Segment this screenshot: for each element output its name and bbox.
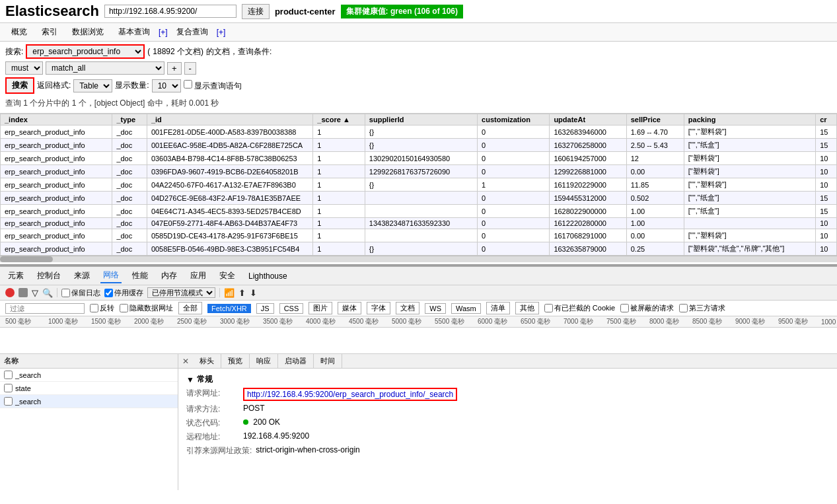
- filter-fetch-xhr[interactable]: Fetch/XHR: [207, 304, 251, 313]
- hide-data-url-checkbox-label[interactable]: 隐藏数据网址: [120, 303, 173, 313]
- remove-condition-button[interactable]: -: [184, 62, 196, 75]
- type-select[interactable]: must: [5, 61, 43, 75]
- filter-icon[interactable]: ▽: [32, 288, 38, 298]
- filter-ws[interactable]: WS: [425, 303, 446, 314]
- filter-other[interactable]: 其他: [515, 302, 539, 314]
- table-row[interactable]: erp_search_product_info_doc0585D19D-CE43…: [1, 229, 837, 242]
- output-format-select[interactable]: Table: [73, 79, 112, 92]
- table-row[interactable]: erp_search_product_info_doc0058E5FB-0546…: [1, 242, 837, 256]
- request-url[interactable]: http://192.168.4.95:9200/erp_search_prod…: [243, 388, 457, 401]
- col-updateat[interactable]: updateAt: [550, 114, 626, 126]
- preserve-log-label: 保留日志: [71, 288, 100, 298]
- table-row[interactable]: erp_search_product_info_doc001FE281-0D5E…: [1, 126, 837, 139]
- col-id[interactable]: _id: [147, 114, 312, 126]
- table-row[interactable]: erp_search_product_info_doc001EE6AC-958E…: [1, 139, 837, 152]
- col-index[interactable]: _index: [1, 114, 112, 126]
- show-query-checkbox-label[interactable]: 显示查询语句: [184, 80, 242, 92]
- tab-timing[interactable]: 时间: [314, 354, 342, 368]
- filter-input[interactable]: [5, 303, 85, 314]
- download-icon[interactable]: ⬇: [250, 288, 257, 298]
- display-count-select[interactable]: 10: [152, 79, 181, 92]
- col-customization[interactable]: customization: [478, 114, 550, 126]
- disable-cache-checkbox-label[interactable]: 停用缓存: [104, 288, 143, 298]
- connect-button[interactable]: 连接: [242, 4, 270, 19]
- devtools-tab-network[interactable]: 网络: [100, 268, 122, 283]
- blocked-cookie-checkbox-label[interactable]: 有已拦截的 Cookie: [544, 303, 615, 313]
- table-row[interactable]: erp_search_product_info_doc03603AB4-B798…: [1, 152, 837, 165]
- devtools-tab-console[interactable]: 控制台: [34, 269, 63, 283]
- blocked-req-checkbox-label[interactable]: 被屏蔽的请求: [620, 303, 674, 313]
- detail-close-icon[interactable]: ✕: [178, 355, 193, 368]
- devtools-tab-elements[interactable]: 元素: [5, 269, 26, 283]
- preserve-log-checkbox-label[interactable]: 保留日志: [61, 288, 100, 298]
- tab-complex-add[interactable]: [+]: [217, 28, 226, 37]
- filter-wasm[interactable]: Wasm: [451, 303, 481, 314]
- table-row[interactable]: erp_search_product_info_doc04E64C71-A345…: [1, 205, 837, 218]
- table-cell: _doc: [112, 178, 147, 192]
- filter-font[interactable]: 字体: [367, 302, 390, 314]
- filter-doc[interactable]: 文档: [396, 302, 419, 314]
- col-supplierid[interactable]: supplierId: [365, 114, 477, 126]
- table-row[interactable]: erp_search_product_info_doc0396FDA9-9607…: [1, 165, 837, 178]
- filter-css[interactable]: CSS: [279, 303, 304, 314]
- col-type[interactable]: _type: [112, 114, 147, 126]
- search-button[interactable]: 搜索: [5, 77, 34, 94]
- tab-index[interactable]: 索引: [36, 24, 63, 40]
- col-packing[interactable]: packing: [684, 114, 815, 126]
- url-input[interactable]: [104, 5, 237, 18]
- devtools-tab-memory[interactable]: 内存: [159, 269, 180, 283]
- record-button[interactable]: [5, 288, 15, 297]
- filter-img[interactable]: 图片: [309, 302, 332, 314]
- request-item-state[interactable]: state: [0, 382, 178, 395]
- tab-response[interactable]: 响应: [250, 354, 278, 368]
- horizontal-scrollbar[interactable]: [0, 256, 837, 262]
- filter-all[interactable]: 全部: [178, 302, 202, 314]
- add-condition-button[interactable]: +: [167, 62, 182, 75]
- devtools-tab-app[interactable]: 应用: [188, 269, 209, 283]
- stop-button[interactable]: [18, 288, 28, 297]
- preserve-log-checkbox[interactable]: [61, 289, 70, 297]
- table-row[interactable]: erp_search_product_info_doc04A22450-67F0…: [1, 178, 837, 192]
- filter-media[interactable]: 媒体: [338, 302, 361, 314]
- devtools-tab-perf[interactable]: 性能: [129, 269, 151, 283]
- index-select[interactable]: erp_search_product_info: [26, 44, 145, 59]
- table-row[interactable]: erp_search_product_info_doc047E0F59-2771…: [1, 218, 837, 229]
- reverse-checkbox[interactable]: [90, 304, 98, 312]
- reverse-checkbox-label[interactable]: 反转: [90, 303, 114, 313]
- tab-complex-query[interactable]: 复合查询: [170, 24, 214, 40]
- query-select[interactable]: match_all: [46, 61, 164, 75]
- tab-basic-query[interactable]: 基本查询: [112, 24, 156, 40]
- third-party-checkbox[interactable]: [679, 304, 688, 312]
- tab-initiator[interactable]: 启动器: [278, 354, 314, 368]
- col-cr[interactable]: cr: [816, 114, 837, 126]
- blocked-req-checkbox[interactable]: [620, 304, 629, 312]
- request-checkbox-1[interactable]: [4, 371, 13, 379]
- devtools-tab-lighthouse[interactable]: Lighthouse: [246, 270, 290, 282]
- request-item-search-1[interactable]: _search: [0, 369, 178, 382]
- tab-overview[interactable]: 概览: [5, 24, 33, 40]
- search-icon[interactable]: 🔍: [42, 288, 53, 298]
- results-area[interactable]: _index _type _id _score ▲ supplierId cus…: [0, 114, 837, 266]
- disable-cache-checkbox[interactable]: [104, 289, 113, 297]
- request-checkbox-2[interactable]: [4, 384, 13, 392]
- devtools-tab-security[interactable]: 安全: [217, 269, 238, 283]
- tab-headers[interactable]: 标头: [193, 354, 221, 368]
- col-score[interactable]: _score ▲: [313, 114, 365, 126]
- third-party-checkbox-label[interactable]: 第三方请求: [679, 303, 725, 313]
- show-query-checkbox[interactable]: [184, 80, 192, 89]
- throttle-select[interactable]: 已停用节流模式: [147, 287, 215, 298]
- filter-js[interactable]: JS: [256, 303, 274, 314]
- blocked-cookie-checkbox[interactable]: [544, 304, 553, 312]
- request-item-search-2[interactable]: _search: [0, 395, 178, 408]
- tab-preview[interactable]: 预览: [221, 354, 250, 368]
- hide-data-url-checkbox[interactable]: [120, 304, 128, 312]
- upload-icon[interactable]: ⬆: [238, 288, 246, 298]
- tab-basic-add[interactable]: [+]: [159, 28, 168, 37]
- scrollbar-thumb[interactable]: [0, 256, 53, 262]
- col-sellprice[interactable]: sellPrice: [626, 114, 684, 126]
- devtools-tab-source[interactable]: 来源: [71, 269, 92, 283]
- table-row[interactable]: erp_search_product_info_doc04D276CE-9E68…: [1, 192, 837, 205]
- request-checkbox-3[interactable]: [4, 397, 13, 406]
- filter-clear[interactable]: 清单: [486, 302, 510, 314]
- tab-data-browse[interactable]: 数据浏览: [66, 24, 110, 40]
